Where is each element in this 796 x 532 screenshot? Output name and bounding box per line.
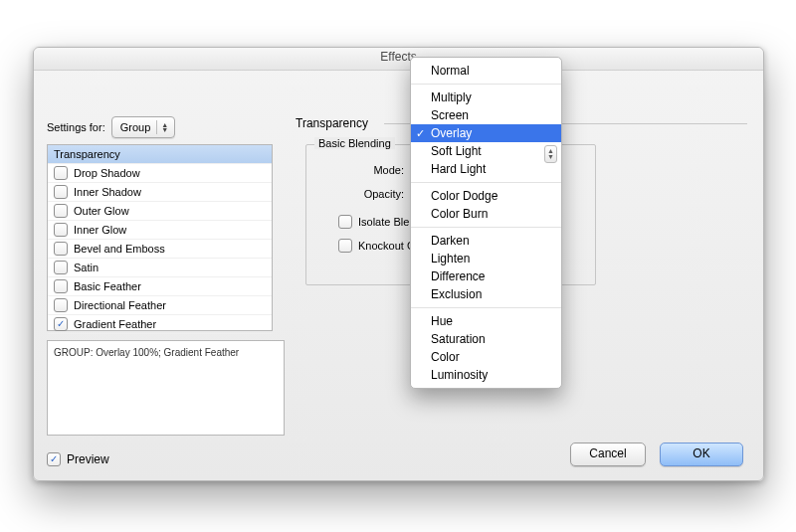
checkbox[interactable]	[54, 185, 68, 199]
menu-item[interactable]: Multiply	[411, 89, 561, 106]
menu-separator	[411, 84, 561, 85]
checkbox[interactable]	[54, 166, 68, 180]
summary-text: GROUP: Overlay 100%; Gradient Feather	[54, 347, 239, 358]
menu-item[interactable]: Screen	[411, 106, 561, 124]
menu-item[interactable]: Color Burn	[411, 205, 561, 223]
list-item-label: Basic Feather	[74, 280, 141, 292]
checkbox[interactable]	[54, 279, 68, 293]
list-item-label: Inner Glow	[74, 224, 126, 236]
section-label: Transparency	[296, 116, 368, 130]
list-item-label: Satin	[74, 262, 99, 273]
checkbox[interactable]	[54, 298, 68, 312]
menu-item[interactable]: Soft Light	[411, 142, 561, 160]
fieldset-legend: Basic Blending	[314, 137, 395, 149]
list-item[interactable]: Drop Shadow	[48, 164, 272, 183]
menu-item[interactable]: Saturation	[411, 330, 561, 348]
list-item[interactable]: Bevel and Emboss	[48, 240, 272, 259]
menu-separator	[411, 182, 561, 183]
menu-separator	[411, 227, 561, 228]
preview-checkbox[interactable]	[47, 452, 61, 466]
settings-for-row: Settings for: Group ▲▼	[47, 116, 175, 138]
menu-item[interactable]: Luminosity	[411, 366, 561, 384]
updown-icon: ▲▼	[161, 122, 168, 132]
settings-for-value: Group	[120, 121, 151, 133]
list-item-label: Inner Shadow	[74, 186, 141, 198]
menu-item[interactable]: Exclusion	[411, 285, 561, 303]
checkbox[interactable]	[54, 204, 68, 218]
opacity-label: Opacity:	[316, 188, 410, 200]
list-item[interactable]: Transparency	[48, 145, 272, 164]
settings-for-select[interactable]: Group ▲▼	[111, 116, 176, 138]
menu-item[interactable]: Hard Light	[411, 160, 561, 178]
menu-item[interactable]: Normal	[411, 62, 561, 80]
effects-dialog: Effects Settings for: Group ▲▼ Transpare…	[33, 47, 764, 481]
mode-label: Mode:	[316, 164, 410, 176]
menu-item[interactable]: Overlay	[411, 124, 561, 142]
list-item-label: Drop Shadow	[74, 167, 140, 179]
checkbox[interactable]	[54, 317, 68, 331]
menu-item[interactable]: Lighten	[411, 250, 561, 267]
preview-label: Preview	[67, 452, 109, 466]
cancel-button[interactable]: Cancel	[570, 443, 646, 466]
list-item-label: Transparency	[54, 148, 120, 160]
checkbox[interactable]	[54, 242, 68, 256]
list-item[interactable]: Inner Glow	[48, 221, 272, 240]
list-item[interactable]: Directional Feather	[48, 296, 272, 315]
list-item[interactable]: Gradient Feather	[48, 315, 272, 334]
list-item[interactable]: Satin	[48, 259, 272, 277]
menu-separator	[411, 307, 561, 308]
isolate-checkbox[interactable]	[338, 215, 352, 229]
checkbox[interactable]	[54, 261, 68, 274]
list-item-label: Directional Feather	[74, 299, 166, 311]
blend-mode-menu[interactable]: Normal Multiply Screen Overlay Soft Ligh…	[410, 57, 562, 389]
menu-item[interactable]: Color	[411, 348, 561, 366]
list-item-label: Gradient Feather	[74, 318, 156, 330]
list-item[interactable]: Basic Feather	[48, 277, 272, 296]
updown-icon: ▲▼	[544, 145, 557, 163]
list-item-label: Outer Glow	[74, 205, 129, 217]
menu-item[interactable]: Color Dodge	[411, 187, 561, 205]
effects-list[interactable]: Transparency Drop Shadow Inner Shadow Ou…	[47, 144, 273, 331]
menu-item[interactable]: Hue	[411, 312, 561, 330]
list-item[interactable]: Inner Shadow	[48, 183, 272, 202]
knockout-checkbox[interactable]	[338, 239, 352, 253]
ok-button[interactable]: OK	[660, 443, 743, 466]
effects-summary: GROUP: Overlay 100%; Gradient Feather	[47, 340, 285, 436]
list-item-label: Bevel and Emboss	[74, 243, 165, 255]
dialog-title: Effects	[34, 48, 763, 71]
checkbox[interactable]	[54, 223, 68, 237]
preview-row: Preview	[47, 452, 109, 466]
menu-item[interactable]: Difference	[411, 267, 561, 285]
list-item[interactable]: Outer Glow	[48, 202, 272, 221]
menu-item[interactable]: Darken	[411, 232, 561, 250]
settings-for-label: Settings for:	[47, 121, 105, 133]
